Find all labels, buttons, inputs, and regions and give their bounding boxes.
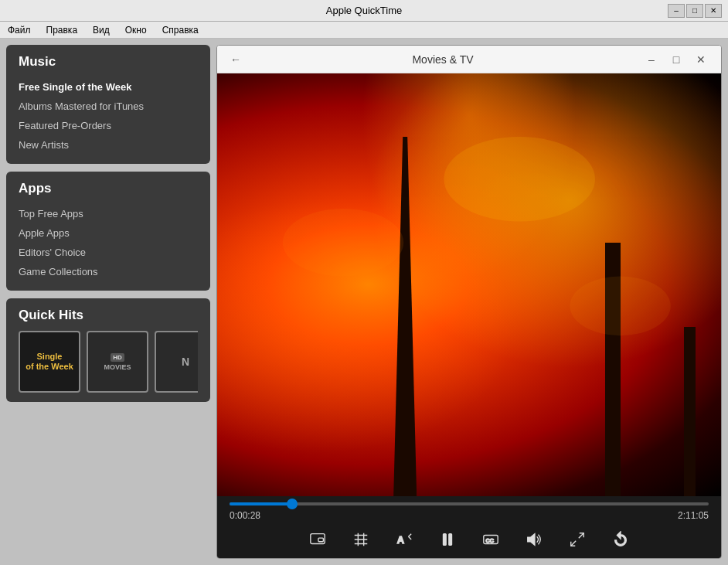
quick-hits-heading: Quick Hits bbox=[19, 308, 198, 323]
minimize-button[interactable]: – bbox=[668, 4, 685, 18]
svg-point-0 bbox=[444, 137, 595, 221]
trim-icon bbox=[352, 531, 369, 548]
fire-svg bbox=[217, 73, 721, 496]
quick-hits-section: Quick Hits Single of the Week HD MOVIES bbox=[6, 298, 210, 402]
music-section: Music Free Single of the Week Albums Mas… bbox=[6, 45, 210, 164]
window-title-bar: ← Movies & TV – □ ✕ bbox=[217, 46, 721, 73]
svg-rect-14 bbox=[449, 534, 452, 546]
progress-thumb[interactable] bbox=[287, 499, 298, 509]
total-time: 2:11:05 bbox=[678, 510, 709, 521]
maximize-button[interactable]: □ bbox=[686, 4, 703, 18]
close-button[interactable]: ✕ bbox=[705, 4, 722, 18]
pause-icon bbox=[439, 531, 456, 548]
volume-button[interactable] bbox=[522, 527, 546, 552]
menu-edit[interactable]: Правка bbox=[42, 23, 83, 37]
replay-button[interactable] bbox=[608, 527, 633, 552]
video-content bbox=[217, 73, 721, 496]
svg-point-2 bbox=[570, 277, 670, 336]
apps-section: Apps Top Free Apps Apple Apps Editors' C… bbox=[6, 172, 210, 291]
svg-line-11 bbox=[409, 534, 412, 537]
sidebar-item-top-free[interactable]: Top Free Apps bbox=[19, 204, 198, 223]
svg-marker-17 bbox=[528, 534, 535, 546]
video-area bbox=[217, 73, 721, 496]
svg-rect-13 bbox=[444, 534, 447, 546]
app-area: Music Free Single of the Week Albums Mas… bbox=[0, 39, 728, 565]
quick-hits-items: Single of the Week HD MOVIES N bbox=[19, 331, 198, 393]
window-maximize-button[interactable]: □ bbox=[665, 50, 687, 69]
single-of-week-card[interactable]: Single of the Week bbox=[19, 331, 80, 393]
menu-view[interactable]: Вид bbox=[88, 23, 114, 37]
caption-style-icon: A bbox=[396, 531, 413, 548]
hd-movies-card[interactable]: HD MOVIES bbox=[87, 331, 148, 393]
window-title: Movies & TV bbox=[254, 53, 631, 66]
sidebar-item-apple-apps[interactable]: Apple Apps bbox=[19, 223, 198, 243]
progress-bar-container[interactable] bbox=[230, 502, 709, 505]
volume-icon bbox=[526, 531, 543, 548]
title-bar: Apple QuickTime – □ ✕ bbox=[0, 0, 728, 22]
sidebar-item-new-artists[interactable]: New Artists bbox=[19, 135, 198, 155]
music-heading: Music bbox=[19, 54, 198, 70]
back-button[interactable]: ← bbox=[226, 50, 245, 69]
replay-icon bbox=[612, 531, 629, 548]
fullscreen-icon bbox=[569, 531, 586, 548]
svg-rect-4 bbox=[318, 538, 323, 542]
svg-line-19 bbox=[571, 541, 576, 546]
pause-button[interactable] bbox=[435, 527, 460, 552]
svg-text:A: A bbox=[397, 534, 404, 546]
pip-button[interactable] bbox=[305, 527, 330, 552]
sidebar: Music Free Single of the Week Albums Mas… bbox=[0, 39, 216, 565]
svg-rect-3 bbox=[311, 534, 325, 544]
title-bar-controls: – □ ✕ bbox=[668, 4, 722, 18]
sidebar-item-preorders[interactable]: Featured Pre-Orders bbox=[19, 116, 198, 135]
menu-file[interactable]: Файл bbox=[3, 23, 36, 37]
player-controls: 0:00:28 2:11:05 bbox=[217, 496, 721, 558]
time-row: 0:00:28 2:11:05 bbox=[230, 510, 709, 521]
next-card[interactable]: N bbox=[155, 331, 198, 393]
app-title: Apple QuickTime bbox=[326, 5, 403, 16]
next-card-letter: N bbox=[182, 356, 189, 368]
window-minimize-button[interactable]: – bbox=[641, 50, 662, 69]
captions-icon: CC bbox=[482, 531, 499, 548]
sidebar-item-editors-choice[interactable]: Editors' Choice bbox=[19, 243, 198, 262]
movies-tv-window: ← Movies & TV – □ ✕ bbox=[216, 45, 722, 559]
sidebar-item-free-single[interactable]: Free Single of the Week bbox=[19, 77, 198, 97]
svg-line-12 bbox=[409, 536, 412, 539]
current-time: 0:00:28 bbox=[230, 510, 260, 521]
sidebar-item-game-collections[interactable]: Game Collections bbox=[19, 262, 198, 281]
fullscreen-button[interactable] bbox=[565, 527, 590, 552]
window-controls: – □ ✕ bbox=[641, 50, 712, 69]
progress-fill bbox=[230, 502, 292, 505]
caption-style-button[interactable]: A bbox=[392, 527, 417, 552]
progress-track[interactable] bbox=[230, 502, 709, 505]
sidebar-item-albums[interactable]: Albums Mastered for iTunes bbox=[19, 97, 198, 116]
single-week-text: Single of the Week bbox=[22, 349, 77, 375]
menu-bar: Файл Правка Вид Окно Справка bbox=[0, 22, 728, 39]
menu-window[interactable]: Окно bbox=[121, 23, 151, 37]
menu-help[interactable]: Справка bbox=[158, 23, 203, 37]
window-close-button[interactable]: ✕ bbox=[690, 50, 712, 69]
captions-button[interactable]: CC bbox=[478, 527, 503, 552]
trim-button[interactable] bbox=[349, 527, 373, 552]
svg-point-1 bbox=[283, 209, 403, 277]
svg-text:CC: CC bbox=[486, 537, 495, 544]
apps-heading: Apps bbox=[19, 181, 198, 196]
hd-badge: HD bbox=[111, 353, 124, 362]
controls-row: A CC bbox=[230, 527, 709, 552]
pip-icon bbox=[309, 531, 326, 548]
svg-line-18 bbox=[579, 533, 583, 538]
hd-movies-text: MOVIES bbox=[104, 363, 131, 371]
